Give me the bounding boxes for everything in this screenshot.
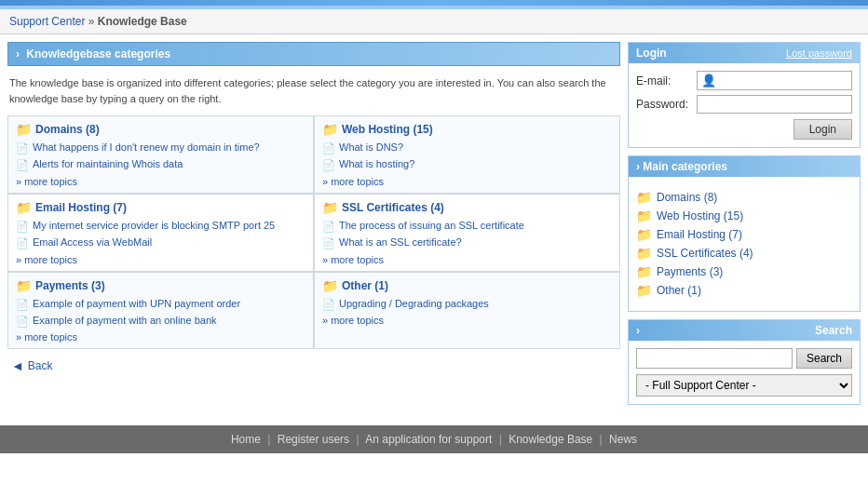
breadcrumb-support-center[interactable]: Support Center [9,15,85,28]
arrow-icon: › [636,160,640,173]
category-web-hosting-label: Web Hosting (15) [342,123,433,136]
login-title: Login [636,47,667,60]
category-ssl-label: SSL Certificates (4) [342,201,444,214]
footer-sep: | [600,433,603,446]
payments-more-topics: » more topics [16,331,305,343]
payments-more-link[interactable]: » more topics [16,331,77,343]
email-field[interactable] [718,74,848,87]
sidebar-cat-link-other[interactable]: Other (1) [657,284,701,297]
lost-password-link[interactable]: Lost password [786,47,852,59]
doc-icon: 📄 [16,158,29,172]
category-email-hosting-link[interactable]: 📁 Email Hosting (7) [16,200,305,215]
folder-icon-email-hosting: 📁 [16,200,32,215]
footer-sep: | [267,433,270,446]
topic-link[interactable]: Alerts for maintaining Whois data [33,157,183,171]
category-domains-link[interactable]: 📁 Domains (8) [16,122,305,137]
category-ssl: 📁 SSL Certificates (4) 📄 The process of … [314,194,620,272]
email-hosting-more-link[interactable]: » more topics [16,254,77,265]
category-payments: 📁 Payments (3) 📄 Example of payment with… [7,272,314,350]
login-header: Login Lost password [629,43,860,63]
topic-link[interactable]: What is hosting? [339,157,414,171]
doc-icon: 📄 [322,298,335,312]
topic-link[interactable]: Email Access via WebMail [33,236,152,249]
topic-link[interactable]: My internet service provider is blocking… [33,219,275,233]
folder-icon: 📁 [636,227,652,242]
ssl-more-link[interactable]: » more topics [322,254,384,265]
footer-link-kb[interactable]: Knowledge Base [509,433,592,446]
folder-icon-domains: 📁 [16,122,32,137]
topic-link[interactable]: The process of issuing an SSL certificat… [339,219,524,233]
search-input[interactable] [636,348,793,369]
sidebar-cat-item: 📁 Domains (8) [636,188,852,207]
footer-link-news[interactable]: News [609,433,637,446]
doc-icon: 📄 [322,220,335,234]
footer-link-support[interactable]: An application for support [365,433,492,446]
sidebar-cat-link-web-hosting[interactable]: Web Hosting (15) [657,209,743,222]
back-button[interactable]: ◄ Back [11,358,617,373]
other-more-link[interactable]: » more topics [322,315,384,326]
domains-topic-list: 📄 What happens if I don't renew my domai… [16,141,305,173]
category-web-hosting-link[interactable]: 📁 Web Hosting (15) [322,122,612,137]
sidebar-cat-link-ssl[interactable]: SSL Certificates (4) [657,247,753,260]
list-item: 📄 What happens if I don't renew my domai… [16,141,305,155]
topic-link[interactable]: Upgrading / Degrading packages [339,297,489,311]
sidebar-cat-item: 📁 Other (1) [636,281,852,300]
section-header-title: Knowledgebase categories [26,47,170,61]
list-item: 📄 What is an SSL certificate? [322,236,612,250]
category-ssl-link[interactable]: 📁 SSL Certificates (4) [322,200,612,215]
main-categories-header: › Main categories [629,156,860,177]
topic-link[interactable]: Example of payment with UPN payment orde… [33,297,240,311]
list-item: 📄 Example of payment with UPN payment or… [16,297,305,312]
folder-icon-other: 📁 [322,278,338,293]
folder-icon: 📁 [636,190,652,205]
login-section: Login Lost password E-mail: 👤 Password: [628,42,861,148]
category-other-link[interactable]: 📁 Other (1) [322,278,612,293]
domains-more-link[interactable]: » more topics [16,176,77,187]
list-item: 📄 Alerts for maintaining Whois data [16,157,305,172]
list-item: 📄 Email Access via WebMail [16,236,305,250]
doc-icon: 📄 [16,141,29,155]
topic-link[interactable]: What is DNS? [339,141,403,155]
sidebar-cat-item: 📁 Payments (3) [636,262,852,281]
login-button[interactable]: Login [793,119,852,140]
back-label: Back [28,359,53,372]
main-content: › Knowledgebase categories The knowledge… [7,42,620,412]
topic-link[interactable]: What happens if I don't renew my domain … [33,141,260,155]
main-categories-label: Main categories [643,160,727,173]
folder-icon: 📁 [636,283,652,298]
category-payments-label: Payments (3) [35,279,105,292]
category-email-hosting: 📁 Email Hosting (7) 📄 My internet servic… [7,194,314,272]
sidebar-cat-link-payments[interactable]: Payments (3) [657,265,723,278]
search-scope-select[interactable]: - Full Support Center - Knowledge Base N… [636,374,852,397]
folder-icon-ssl: 📁 [322,200,338,215]
sidebar-cat-link-domains[interactable]: Domains (8) [657,191,717,204]
sidebar-cat-link-email-hosting[interactable]: Email Hosting (7) [657,228,742,241]
category-email-hosting-label: Email Hosting (7) [35,201,127,214]
topic-link[interactable]: Example of payment with an online bank [33,314,217,328]
list-item: 📄 The process of issuing an SSL certific… [322,219,612,234]
breadcrumb-current: Knowledge Base [98,15,187,28]
doc-icon: 📄 [322,141,335,155]
search-button[interactable]: Search [796,348,852,369]
password-field[interactable] [701,98,848,111]
email-hosting-topic-list: 📄 My internet service provider is blocki… [16,219,305,251]
section-header-arrow: › [16,47,20,61]
breadcrumb: Support Center » Knowledge Base [0,9,868,34]
category-payments-link[interactable]: 📁 Payments (3) [16,278,305,293]
password-row: Password: [636,95,852,114]
search-row: Search [636,348,852,369]
main-categories-section: › Main categories 📁 Domains (8) 📁 Web Ho… [628,155,861,312]
domains-more-topics: » more topics [16,176,305,187]
footer-link-home[interactable]: Home [231,433,261,446]
folder-icon-web-hosting: 📁 [322,122,338,137]
category-other: 📁 Other (1) 📄 Upgrading / Degrading pack… [314,272,620,350]
main-categories-content: 📁 Domains (8) 📁 Web Hosting (15) 📁 Email… [629,177,860,311]
doc-icon: 📄 [322,236,335,250]
footer-link-register[interactable]: Register users [278,433,349,446]
topic-link[interactable]: What is an SSL certificate? [339,236,462,249]
search-content: Search - Full Support Center - Knowledge… [629,341,860,404]
sidebar: Login Lost password E-mail: 👤 Password: [628,42,861,412]
doc-icon: 📄 [16,298,29,312]
web-hosting-more-link[interactable]: » more topics [322,176,384,187]
footer-sep: | [356,433,359,446]
